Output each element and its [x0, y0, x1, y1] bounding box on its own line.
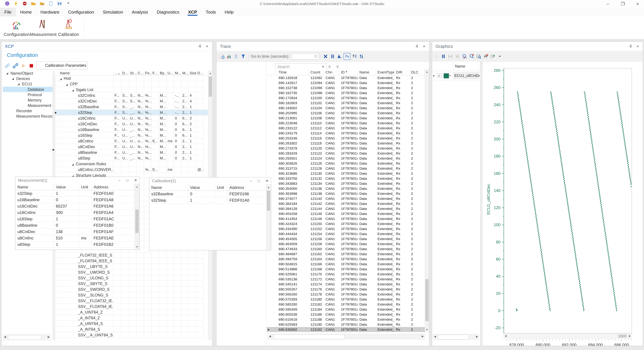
column-header-name[interactable]: Name	[58, 71, 114, 76]
chevron-down-icon[interactable]: ▾	[449, 71, 451, 80]
pin-icon[interactable]	[198, 44, 202, 49]
table-row-Hod[interactable]: ◢Hod	[55, 76, 208, 81]
trace-row[interactable]: 690.545141121174CAN11F797801xDataExtende…	[267, 282, 425, 287]
dropdown-caret[interactable]	[497, 53, 503, 59]
cell-value[interactable]: 1	[188, 197, 215, 204]
series-color-swatch[interactable]	[444, 73, 449, 78]
column-header-name[interactable]: Name	[16, 184, 54, 190]
close-icon[interactable]: ×	[205, 44, 210, 49]
column-header-10[interactable]: M...	[181, 71, 189, 76]
measure-icon[interactable]	[454, 53, 460, 59]
table-row-u16CntDec[interactable]: u16CntDecF...U...U...N...%...M...06...2	[55, 121, 208, 127]
column-header-unit[interactable]: Unit	[79, 184, 92, 190]
menu-item-diagnostics[interactable]: Diagnostics	[152, 8, 184, 17]
table-row-SSV__SWORD_S[interactable]: SSV__SWORD_S	[55, 286, 208, 292]
table-row-u8CntDec[interactable]: u8CntDecF...U...U...N...%...M...02...1	[55, 144, 208, 150]
table-row-SSV__UWORD_S[interactable]: SSV__UWORD_S	[55, 269, 208, 275]
trace-row[interactable]: 690.293501121124CAN11F797801xDataExtende…	[267, 156, 425, 161]
row-expander-icon[interactable]: ◢	[66, 83, 68, 86]
cell-value[interactable]: 0	[188, 191, 215, 197]
tree-expander-icon[interactable]: ◢	[12, 76, 14, 81]
filter-funnel-icon[interactable]	[240, 53, 246, 59]
trace-row[interactable]: 690.323686121130CAN11F797801xDataExtende…	[267, 171, 425, 176]
menu-item-tools[interactable]: Tools	[202, 8, 220, 17]
table-row-u16Baseline[interactable]: u16BaselineF...U..._...N...%...M...06...…	[55, 127, 208, 133]
trace-row[interactable]: 690.464559121158CAN11F797801xDataExtende…	[267, 241, 425, 246]
table-row-SSV__SBYTE_S[interactable]: SSV__SBYTE_S	[55, 281, 208, 286]
column-header-4[interactable]: C...	[137, 71, 144, 76]
column-header-11[interactable]: Size	[189, 71, 196, 76]
pin-icon[interactable]	[415, 44, 420, 49]
trace-row[interactable]: 690.424324121150CAN11F797801xDataExtende…	[267, 221, 425, 226]
cell-value[interactable]: 510	[54, 235, 79, 241]
trace-row[interactable]: 690.525061121170CAN11F797801xDataExtende…	[267, 272, 425, 277]
columns-settings-icon[interactable]	[358, 53, 364, 59]
table-row-u8CntInc.CONVER...[interactable]: u8CntInc.CONVER...%...f(...ms@...	[55, 167, 208, 172]
trace-row[interactable]: 690.283429121122CAN11F797801xDataExtende…	[267, 151, 425, 156]
table-row-SSV__SLONG_S[interactable]: SSV__SLONG_S	[55, 292, 208, 298]
tree-horizontal-scrollbar[interactable]: ◀ ▶	[3, 334, 50, 340]
trace-row[interactable]: 690.615618121188CAN11F797801xDataExtende…	[267, 317, 425, 322]
scroll-down-icon[interactable]: ▼	[136, 245, 138, 248]
restore-button[interactable]: ❐	[621, 1, 625, 7]
column-header-value[interactable]: Value	[188, 184, 215, 191]
trace-row[interactable]: 690.514888121168CAN11F797801xDataExtende…	[267, 267, 425, 272]
calibration-window-titlebar[interactable]: Calibration[1] – □ ✕	[149, 177, 271, 185]
new-file-icon[interactable]	[48, 1, 53, 6]
trace-horizontal-scrollbar[interactable]: ◀ ▶	[268, 334, 425, 339]
zoom-area-icon[interactable]	[476, 53, 482, 59]
column-header-2[interactable]: D...	[121, 71, 129, 76]
minimize-icon[interactable]: –	[250, 179, 252, 183]
goto-time-input[interactable]: 0	[291, 53, 318, 59]
column-header-time[interactable]: Time	[275, 69, 309, 75]
column-header-1[interactable]: ...▲	[114, 71, 121, 76]
column-header-dlc[interactable]: DLC	[410, 69, 425, 75]
menu-item-simulation[interactable]: Simulation	[98, 8, 128, 17]
legend-row[interactable]: ▸✓▾ECU1_u8CntDec	[432, 71, 480, 81]
column-header-6[interactable]: F...	[152, 71, 159, 76]
table-row-s32CntInc[interactable]: s32CntIncF...S...S...N...%...M...-...2..…	[55, 93, 208, 98]
trace-row[interactable]: 690.474633121160CAN11F797801xDataExtende…	[267, 246, 425, 251]
legend-horizontal-scrollbar[interactable]: ◀ ▶	[433, 334, 479, 340]
column-header-9[interactable]: M...	[174, 71, 181, 76]
table-row-SSV__FLOAT64_IE...[interactable]: SSV__FLOAT64_IE...	[55, 304, 208, 309]
trace-row[interactable]: 690.172834121100CAN11F797801xDataExtende…	[267, 96, 425, 101]
parameter-set-combobox[interactable]: Calibration Parameters ▼	[36, 62, 88, 69]
menu-item-file[interactable]: File	[0, 8, 16, 17]
trace-row[interactable]: 690.193002121104CAN11F797801xDataExtende…	[267, 106, 425, 111]
pin-icon[interactable]	[628, 44, 633, 49]
trace-row[interactable]: 690.585330121182CAN11F797801xDataExtende…	[267, 302, 425, 307]
column-header-count[interactable]: Count	[309, 69, 324, 75]
trace-row[interactable]: 690.243179121114CAN11F797801xDataExtende…	[267, 131, 425, 136]
trace-row[interactable]: 690.202995121106CAN11F797801xDataExtende…	[267, 111, 425, 116]
trace-row[interactable]: 690.363998121138CAN11F797801xDataExtende…	[267, 191, 425, 196]
disconnect-icon[interactable]	[12, 63, 18, 69]
column-header-unit[interactable]: Unit	[215, 184, 228, 191]
connect-icon[interactable]	[4, 63, 10, 69]
open-folder-icon[interactable]	[31, 1, 36, 6]
table-row-s32CntDec[interactable]: s32CntDecF...S...S...N...%...M...-...2..…	[55, 98, 208, 104]
search-prev-button[interactable]: ∧	[328, 64, 331, 69]
row-expander-icon[interactable]: ◢	[60, 78, 62, 80]
trace-row[interactable]: 690.504815121166CAN11F797801xDataExtende…	[267, 262, 425, 267]
tree-item-measurement-record[interactable]: Measurement Record	[3, 114, 53, 119]
zoom-reset-icon[interactable]	[468, 53, 474, 59]
trace-row[interactable]: 690.263302121118CAN11F797801xDataExtende…	[267, 141, 425, 146]
table-row-CPP[interactable]: ◢CPP	[55, 81, 208, 87]
measurement-vertical-scrollbar[interactable]: ▲ ▼	[135, 184, 139, 249]
table-row-SSV__UBYTE_S[interactable]: SSV__UBYTE_S	[55, 264, 208, 269]
trace-row[interactable]: 690.414354121148CAN11F797801xDataExtende…	[267, 216, 425, 221]
table-row-u8Baseline[interactable]: u8BaselineF...U..._...N...%...M...02...1	[55, 150, 208, 155]
trace-row[interactable]: 690.313715121128CAN11F797801xDataExtende…	[267, 166, 425, 171]
trace-row[interactable]: 690.303626121126CAN11F797801xDataExtende…	[267, 161, 425, 166]
filter-rows-icon[interactable]	[351, 53, 358, 59]
filter-icon[interactable]	[345, 70, 348, 74]
autoscroll-icon[interactable]	[233, 53, 239, 59]
cell-value[interactable]: 1	[54, 190, 79, 197]
tree-item-devices[interactable]: ◢Devices	[3, 76, 53, 81]
table-row-u8Step[interactable]: u8StepF...U..._...N...%...M...02...1	[55, 155, 208, 161]
calibration-vertical-scrollbar[interactable]: ▲	[266, 185, 271, 250]
scroll-right-icon[interactable]: ▶	[422, 335, 424, 338]
trace-row[interactable]: 690.595409121184CAN11F797801xDataExtende…	[267, 307, 425, 312]
tree-expander-icon[interactable]: ◢	[18, 81, 20, 87]
